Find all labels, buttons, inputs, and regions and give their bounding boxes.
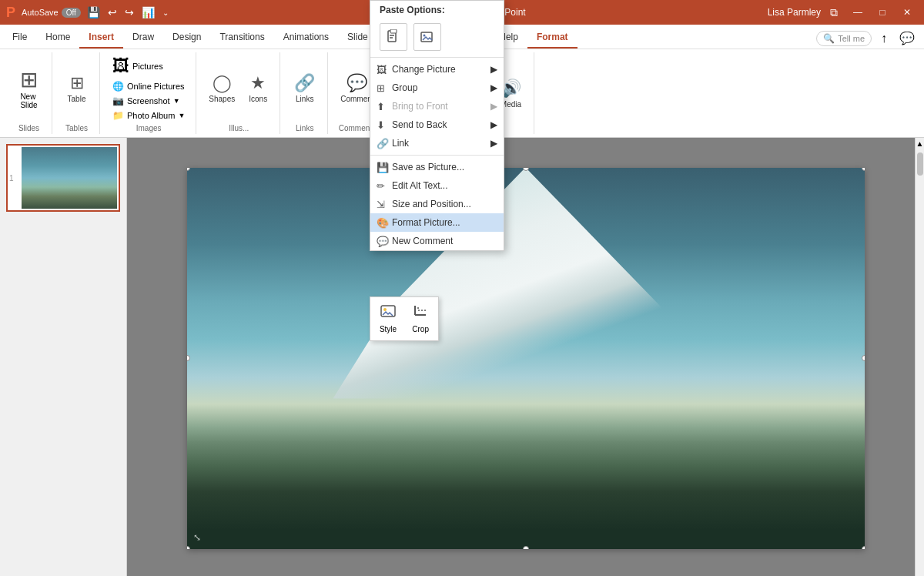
autosave-toggle[interactable]: AutoSave Off bbox=[22, 8, 81, 18]
link-arrow: ▶ bbox=[490, 138, 497, 149]
crop-button[interactable]: Crop bbox=[407, 302, 434, 336]
slides-group-items: ⊞ NewSlide bbox=[14, 54, 44, 122]
new-comment-label: New Comment bbox=[392, 236, 453, 246]
bring-to-front-icon: ⬆ bbox=[377, 101, 385, 112]
autosave-label: AutoSave bbox=[22, 8, 59, 17]
ribbon-group-tables: ⊞ Table Tables bbox=[54, 52, 100, 134]
online-pictures-icon: 🌐 bbox=[112, 81, 124, 92]
screenshot-button[interactable]: 📷 Screenshot ▼ bbox=[108, 94, 185, 108]
handle-mr[interactable] bbox=[862, 355, 865, 361]
minimize-button[interactable]: — bbox=[847, 2, 869, 23]
group-arrow: ▶ bbox=[490, 82, 497, 93]
menu-new-comment[interactable]: 💬 New Comment bbox=[370, 232, 504, 250]
tab-insert[interactable]: Insert bbox=[79, 27, 123, 49]
share-icon[interactable]: ↑ bbox=[878, 28, 890, 49]
ribbon-group-slides: ⊞ NewSlide Slides bbox=[6, 52, 52, 134]
tab-home[interactable]: Home bbox=[36, 27, 79, 49]
menu-edit-alt-text[interactable]: ✏ Edit Alt Text... bbox=[370, 176, 504, 195]
slide-canvas-area[interactable]: ⤡ ▲ bbox=[127, 138, 924, 576]
mountain-thumbnail bbox=[22, 147, 117, 209]
app-brand: P bbox=[6, 5, 15, 21]
menu-size-and-position[interactable]: ⇲ Size and Position... bbox=[370, 195, 504, 213]
paste-icon-1[interactable] bbox=[380, 23, 407, 51]
shapes-label: Shapes bbox=[209, 95, 235, 103]
menu-group[interactable]: ⊞ Group ▶ bbox=[370, 79, 504, 97]
save-icon[interactable]: 💾 bbox=[87, 6, 100, 18]
group-label: Group bbox=[392, 82, 417, 93]
menu-sep-1 bbox=[370, 57, 504, 58]
tab-design[interactable]: Design bbox=[163, 27, 210, 49]
handle-bm[interactable] bbox=[523, 546, 529, 549]
title-bar-left: P AutoSave Off 💾 ↩ ↪ 📊 ⌄ bbox=[6, 5, 169, 21]
menu-save-as-picture[interactable]: 💾 Save as Picture... bbox=[370, 158, 504, 176]
new-slide-label: NewSlide bbox=[20, 92, 37, 109]
tab-animations[interactable]: Animations bbox=[274, 27, 338, 49]
new-slide-button[interactable]: ⊞ NewSlide bbox=[14, 64, 44, 112]
slides-group-label: Slides bbox=[18, 122, 39, 132]
tab-transitions[interactable]: Transitions bbox=[210, 27, 273, 49]
table-button[interactable]: ⊞ Table bbox=[62, 71, 92, 105]
menu-change-picture[interactable]: 🖼 Change Picture ▶ bbox=[370, 60, 504, 79]
view-mode-icon[interactable]: ⧉ bbox=[830, 6, 838, 19]
illustrations-group-items: ◯ Shapes ★ Icons bbox=[204, 54, 273, 122]
tab-file[interactable]: File bbox=[3, 27, 36, 49]
style-button[interactable]: Style bbox=[375, 302, 401, 336]
handle-br[interactable] bbox=[862, 546, 865, 549]
mini-toolbar: Style Crop bbox=[370, 296, 439, 341]
table-label: Table bbox=[68, 95, 86, 103]
ribbon-group-illustrations: ◯ Shapes ★ Icons Illus... bbox=[198, 52, 280, 134]
user-name[interactable]: Lisa Parmley bbox=[768, 7, 821, 18]
change-picture-arrow: ▶ bbox=[490, 64, 497, 75]
undo-icon[interactable]: ↩ bbox=[108, 6, 117, 18]
ribbon-group-images: 🖼 Pictures 🌐 Online Pictures 📷 Screensho… bbox=[102, 52, 196, 134]
slide-canvas: ⤡ bbox=[187, 168, 865, 549]
photo-album-arrow: ▼ bbox=[178, 112, 185, 119]
present-icon[interactable]: 📊 bbox=[142, 6, 155, 18]
paste-icon-2[interactable] bbox=[413, 23, 441, 51]
style-icon bbox=[380, 304, 397, 325]
close-button[interactable]: ✕ bbox=[896, 2, 918, 23]
scroll-thumb[interactable] bbox=[917, 152, 923, 176]
online-pictures-label: Online Pictures bbox=[127, 82, 185, 91]
tables-group-items: ⊞ Table bbox=[62, 54, 92, 122]
scroll-up-icon[interactable]: ▲ bbox=[916, 139, 924, 148]
pictures-button[interactable]: 🖼 Pictures bbox=[108, 54, 168, 79]
customize-qat-icon[interactable]: ⌄ bbox=[162, 8, 169, 17]
menu-format-picture[interactable]: 🎨 Format Picture... bbox=[370, 213, 504, 232]
autosave-state[interactable]: Off bbox=[62, 8, 81, 18]
vertical-scrollbar[interactable]: ▲ bbox=[915, 138, 924, 576]
tell-me-box[interactable]: 🔍 Tell me bbox=[816, 31, 872, 46]
menu-link[interactable]: 🔗 Link ▶ bbox=[370, 134, 504, 152]
ribbon-group-links: 🔗 Links Links bbox=[282, 52, 328, 134]
comments-icon[interactable]: 💬 bbox=[896, 28, 918, 49]
size-position-icon: ⇲ bbox=[377, 199, 385, 210]
links-button[interactable]: 🔗 Links bbox=[290, 71, 320, 105]
send-to-back-arrow: ▶ bbox=[490, 119, 497, 130]
rotation-handle[interactable]: ⤡ bbox=[193, 532, 201, 543]
redo-icon[interactable]: ↪ bbox=[125, 6, 134, 18]
shapes-button[interactable]: ◯ Shapes bbox=[204, 71, 239, 105]
slide-thumbnail-1[interactable]: 1 bbox=[6, 144, 120, 212]
tab-format[interactable]: Format bbox=[527, 27, 578, 49]
tab-draw[interactable]: Draw bbox=[123, 27, 163, 49]
online-pictures-button[interactable]: 🌐 Online Pictures bbox=[108, 79, 189, 93]
title-bar-right: Lisa Parmley ⧉ — □ ✕ bbox=[768, 2, 918, 23]
slide-panel[interactable]: 1 bbox=[0, 138, 127, 576]
crop-label: Crop bbox=[412, 325, 429, 333]
svg-point-5 bbox=[424, 35, 426, 37]
photo-album-button[interactable]: 📁 Photo Album ▼ bbox=[108, 109, 189, 122]
link-icon: 🔗 bbox=[377, 138, 389, 149]
window-controls: — □ ✕ bbox=[847, 2, 918, 23]
maximize-button[interactable]: □ bbox=[872, 2, 893, 23]
icons-button[interactable]: ★ Icons bbox=[243, 71, 273, 105]
tables-group-label: Tables bbox=[65, 122, 88, 132]
shapes-icon: ◯ bbox=[213, 73, 232, 93]
powerpoint-icon: P bbox=[6, 5, 15, 21]
edit-alt-text-label: Edit Alt Text... bbox=[392, 180, 447, 191]
group-icon: ⊞ bbox=[377, 82, 385, 94]
menu-send-to-back[interactable]: ⬇ Send to Back ▶ bbox=[370, 116, 504, 134]
slide[interactable]: ⤡ bbox=[187, 168, 865, 549]
illustrations-group-label: Illus... bbox=[229, 122, 249, 132]
screenshot-arrow: ▼ bbox=[173, 97, 180, 105]
pictures-label: Pictures bbox=[132, 62, 163, 71]
